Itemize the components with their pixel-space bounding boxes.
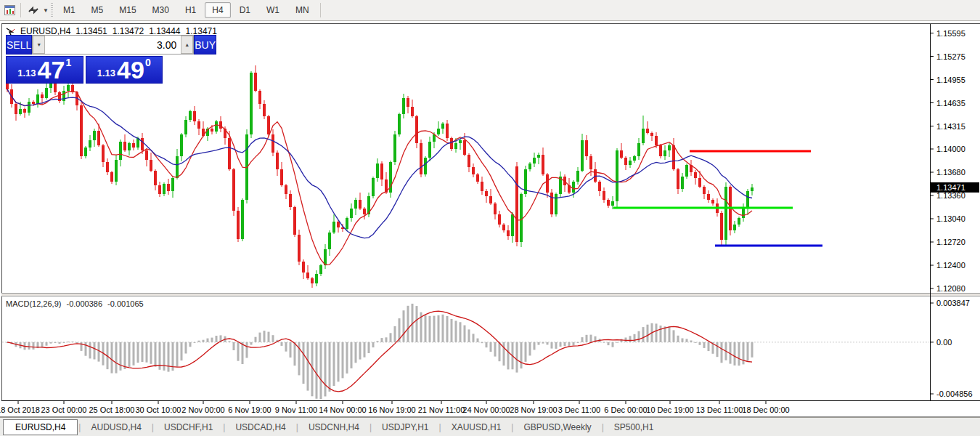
bid-quote-button[interactable]: 1.13 47 1 <box>6 56 83 84</box>
panel-splitter[interactable] <box>1 294 980 296</box>
price-tick-label: 1.12400 <box>936 261 965 270</box>
volume-input[interactable] <box>45 36 181 54</box>
chart-tab-usdjpy[interactable]: USDJPY,H1 <box>372 421 438 434</box>
ask-price-big: 49 <box>117 59 144 81</box>
ask-price-prefix: 1.13 <box>97 68 115 78</box>
price-tick-label: 1.15275 <box>936 52 965 61</box>
price-tick-label: 1.13040 <box>936 214 965 223</box>
time-tick-label: 6 Dec 00:00 <box>604 405 647 414</box>
sell-button[interactable]: SELL <box>6 35 32 54</box>
chart-tab-usdcad[interactable]: USDCAD,H4 <box>226 421 295 434</box>
volume-increase-button[interactable]: ▲ <box>181 36 193 54</box>
time-tick-label: 16 Nov 19:00 <box>368 405 415 414</box>
price-tick-label: 1.15595 <box>936 29 965 38</box>
time-tick-label: 13 Dec 11:00 <box>696 405 743 414</box>
time-tick-label: 18 Oct 2018 <box>0 405 40 414</box>
mt4-application: 1.155951.152751.149551.146351.143151.140… <box>0 0 980 436</box>
current-price-label: 1.13471 <box>936 183 965 192</box>
price-tick-label: 1.14635 <box>936 99 965 108</box>
chart-tab-eurusd[interactable]: EURUSD,H4 <box>3 419 78 435</box>
toolbar: ▼ M1M5M15M30H1H4D1W1MN <box>0 0 980 21</box>
timeframe-button-h4[interactable]: H4 <box>205 2 230 18</box>
bid-price-prefix: 1.13 <box>17 68 36 78</box>
time-tick-label: 10 Dec 19:00 <box>646 405 693 414</box>
time-tick-label: 25 Oct 18:00 <box>89 405 135 414</box>
ask-quote-button[interactable]: 1.13 49 0 <box>86 56 163 84</box>
chart-window-icon[interactable] <box>1 3 17 17</box>
toolbar-grip <box>51 3 53 17</box>
buy-button[interactable]: BUY <box>194 35 216 54</box>
chart-tab-usdcnh[interactable]: USDCNH,H4 <box>299 421 369 434</box>
timeframe-button-m1[interactable]: M1 <box>56 2 83 18</box>
time-tick-label: 21 Nov 11:00 <box>418 405 465 414</box>
macd-tick-label: 0.00 <box>936 338 952 347</box>
timeframe-button-d1[interactable]: D1 <box>232 2 258 18</box>
macd-tick-label: -0.004856 <box>936 389 973 398</box>
price-tick-label: 1.12080 <box>936 284 965 293</box>
chart-tab-bar: EURUSD,H4|AUDUSD,H4|USDCHF,H1|USDCAD,H4|… <box>0 417 980 436</box>
price-tick-label: 1.14955 <box>936 76 965 84</box>
chart-tab-sp500[interactable]: SP500,H1 <box>605 421 663 434</box>
symbol-marker-icon <box>6 28 15 36</box>
toolbar-separator <box>320 3 321 17</box>
timeframe-button-w1[interactable]: W1 <box>259 2 287 18</box>
macd-signal-value: -0.001065 <box>107 299 144 308</box>
macd-name: MACD(12,26,9) <box>6 299 61 308</box>
time-tick-label: 30 Oct 10:00 <box>136 405 181 414</box>
time-tick-label: 14 Nov 00:00 <box>319 405 366 414</box>
ask-price-pipette: 0 <box>145 57 151 68</box>
chart-tab-gbpusd[interactable]: GBPUSD,Weekly <box>514 421 600 434</box>
macd-value: -0.000386 <box>66 299 102 308</box>
bid-price-pipette: 1 <box>65 57 71 68</box>
time-tick-label: 3 Dec 11:00 <box>558 405 601 414</box>
arrange-charts-icon[interactable] <box>25 3 41 17</box>
chevron-down-icon[interactable]: ▼ <box>43 7 49 14</box>
time-tick-label: 24 Nov 00:00 <box>462 405 510 414</box>
time-tick-label: 9 Nov 11:00 <box>275 405 318 414</box>
price-tick-label: 1.14000 <box>936 145 965 153</box>
price-tick-label: 1.13680 <box>936 168 965 177</box>
timeframe-button-mn[interactable]: MN <box>288 2 317 18</box>
timeframe-button-h1[interactable]: H1 <box>178 2 203 18</box>
volume-decrease-button[interactable]: ▼ <box>33 36 45 54</box>
timeframe-button-m5[interactable]: M5 <box>84 2 111 18</box>
price-tick-label: 1.14315 <box>936 122 965 131</box>
time-tick-label: 6 Nov 19:00 <box>228 405 271 414</box>
timeframe-button-m15[interactable]: M15 <box>112 2 143 18</box>
chart-tab-audusd[interactable]: AUDUSD,H4 <box>81 421 150 434</box>
time-tick-label: 18 Dec 00:00 <box>742 405 789 414</box>
one-click-trading-panel: SELL ▼ ▲ BUY 1.13 47 1 1.13 49 0 <box>6 35 163 84</box>
chart-tab-usdchf[interactable]: USDCHF,H1 <box>155 421 222 434</box>
bid-price-big: 47 <box>38 59 65 81</box>
time-tick-label: 23 Oct 00:00 <box>41 405 87 414</box>
chart-tab-xauusd[interactable]: XAUUSD,H1 <box>442 421 511 434</box>
time-tick-label: 28 Nov 19:00 <box>510 405 557 414</box>
price-tick-label: 1.12720 <box>936 238 965 246</box>
time-tick-label: 2 Nov 00:00 <box>181 405 224 414</box>
timeframe-button-m30[interactable]: M30 <box>145 2 176 18</box>
volume-control: ▼ ▲ <box>32 35 194 54</box>
macd-tick-label: 0.003847 <box>936 299 970 307</box>
toolbar-separator <box>20 3 21 17</box>
macd-indicator-label: MACD(12,26,9) -0.000386 -0.001065 <box>6 299 147 308</box>
